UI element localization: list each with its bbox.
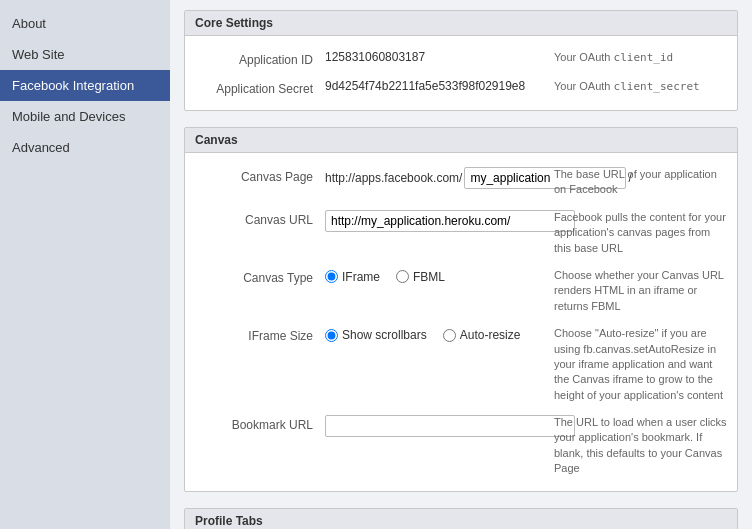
core-settings-section: Core Settings Application ID 12583106080… bbox=[184, 10, 738, 111]
app-secret-hint: Your OAuth client_secret bbox=[542, 79, 727, 94]
iframe-show-scrollbars-option[interactable]: Show scrollbars bbox=[325, 328, 427, 342]
bookmark-url-hint: The URL to load when a user clicks your … bbox=[542, 415, 727, 477]
sidebar: About Web Site Facebook Integration Mobi… bbox=[0, 0, 170, 529]
app-id-value: 125831060803187 bbox=[325, 47, 425, 64]
app-secret-row: Application Secret 9d4254f74b2211fa5e533… bbox=[185, 73, 737, 102]
app-secret-label: Application Secret bbox=[195, 79, 325, 96]
iframe-auto-resize-radio[interactable] bbox=[443, 329, 456, 342]
app-secret-value: 9d4254f74b2211fa5e533f98f02919e8 bbox=[325, 76, 525, 93]
app-id-hint: Your OAuth client_id bbox=[542, 50, 727, 65]
iframe-size-label: IFrame Size bbox=[195, 326, 325, 343]
sidebar-item-about[interactable]: About bbox=[0, 8, 170, 39]
profile-tabs-header: Profile Tabs bbox=[185, 509, 737, 529]
app-id-row: Application ID 125831060803187 Your OAut… bbox=[185, 44, 737, 73]
profile-tabs-section: Profile Tabs Tab Name The title of your … bbox=[184, 508, 738, 529]
main-content: Core Settings Application ID 12583106080… bbox=[170, 0, 752, 529]
canvas-page-label: Canvas Page bbox=[195, 167, 325, 184]
sidebar-item-advanced[interactable]: Advanced bbox=[0, 132, 170, 163]
canvas-type-fbml-radio[interactable] bbox=[396, 270, 409, 283]
bookmark-url-label: Bookmark URL bbox=[195, 415, 325, 432]
canvas-type-label: Canvas Type bbox=[195, 268, 325, 285]
canvas-type-iframe-radio[interactable] bbox=[325, 270, 338, 283]
canvas-page-hint: The base URL of your application on Face… bbox=[542, 167, 727, 198]
canvas-type-fbml-option[interactable]: FBML bbox=[396, 270, 445, 284]
canvas-header: Canvas bbox=[185, 128, 737, 153]
iframe-size-row: IFrame Size Show scrollbars Auto-resize bbox=[185, 320, 737, 409]
canvas-type-iframe-option[interactable]: IFrame bbox=[325, 270, 380, 284]
canvas-url-input[interactable] bbox=[325, 210, 575, 232]
canvas-page-row: Canvas Page http://apps.facebook.com/ / … bbox=[185, 161, 737, 204]
bookmark-url-input[interactable] bbox=[325, 415, 575, 437]
canvas-section: Canvas Canvas Page http://apps.facebook.… bbox=[184, 127, 738, 492]
sidebar-item-mobile-devices[interactable]: Mobile and Devices bbox=[0, 101, 170, 132]
canvas-url-label: Canvas URL bbox=[195, 210, 325, 227]
core-settings-header: Core Settings bbox=[185, 11, 737, 36]
iframe-auto-resize-option[interactable]: Auto-resize bbox=[443, 328, 521, 342]
iframe-show-scrollbars-radio[interactable] bbox=[325, 329, 338, 342]
app-id-label: Application ID bbox=[195, 50, 325, 67]
iframe-size-hint: Choose "Auto-resize" if you are using fb… bbox=[542, 326, 727, 403]
sidebar-item-website[interactable]: Web Site bbox=[0, 39, 170, 70]
canvas-type-hint: Choose whether your Canvas URL renders H… bbox=[542, 268, 727, 314]
sidebar-item-facebook-integration[interactable]: Facebook Integration bbox=[0, 70, 170, 101]
canvas-url-row: Canvas URL Facebook pulls the content fo… bbox=[185, 204, 737, 262]
canvas-url-hint: Facebook pulls the content for your appl… bbox=[542, 210, 727, 256]
canvas-page-prefix: http://apps.facebook.com/ bbox=[325, 171, 462, 185]
canvas-type-row: Canvas Type IFrame FBML bbox=[185, 262, 737, 320]
bookmark-url-row: Bookmark URL The URL to load when a user… bbox=[185, 409, 737, 483]
